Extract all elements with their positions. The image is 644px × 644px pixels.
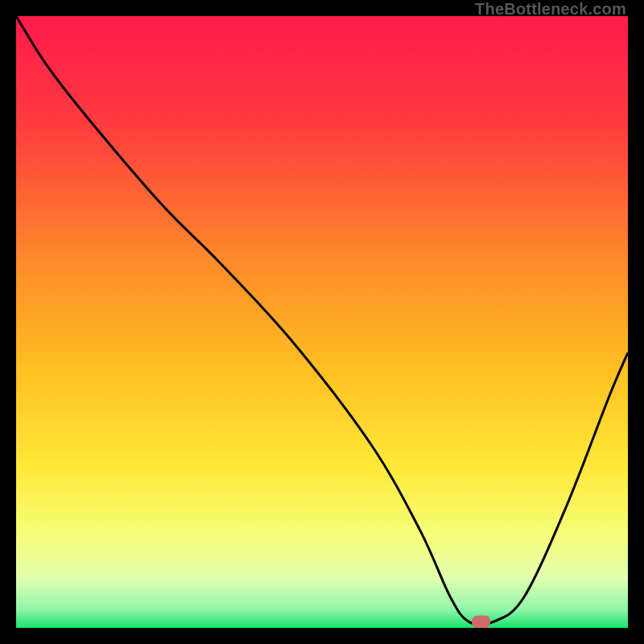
- watermark-text: TheBottleneck.com: [475, 0, 626, 19]
- optimal-marker: [472, 616, 490, 628]
- gradient-background: [16, 16, 628, 628]
- bottleneck-chart: [16, 16, 628, 628]
